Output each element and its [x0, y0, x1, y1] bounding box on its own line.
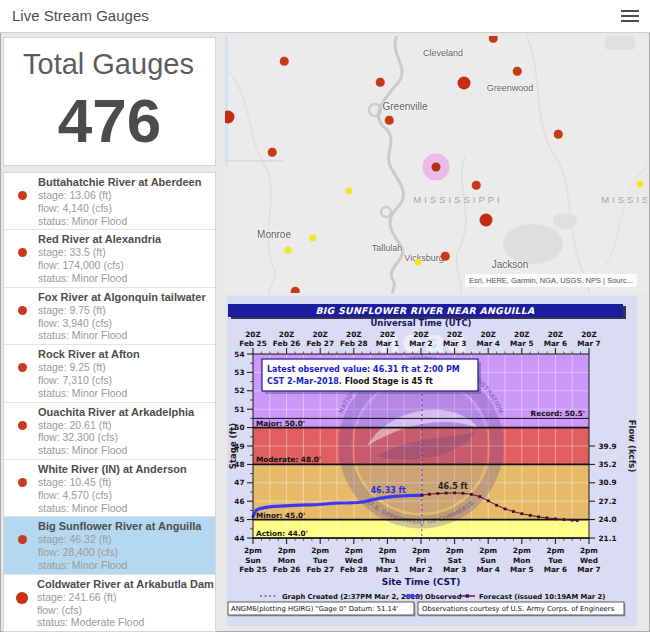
list-item[interactable]: Fox River at Algonquin tailwaterstage: 9…: [4, 288, 215, 345]
cst-day-label: Tue: [548, 556, 562, 565]
map-gauge-marker[interactable]: [554, 130, 563, 139]
list-item[interactable]: Buttahatchie River at Aberdeenstage: 13.…: [4, 173, 215, 230]
cst-date-label: Mar 3: [443, 565, 466, 574]
app-header: Live Stream Gauges: [0, 0, 650, 33]
map-gauge-marker[interactable]: [385, 116, 394, 125]
bottom-axis-title: Site Time (CST): [382, 577, 461, 587]
gauge-list[interactable]: Buttahatchie River at Aberdeenstage: 13.…: [3, 172, 216, 632]
map-gauge-marker-selected[interactable]: [432, 163, 441, 172]
forecast-point: [453, 492, 456, 495]
page-title: Live Stream Gauges: [12, 7, 149, 24]
flow-tick-label: 35.2: [599, 460, 617, 469]
utc-tick-label: 20Z: [245, 330, 260, 339]
map-gauge-marker[interactable]: [280, 57, 289, 66]
map-gauge-marker[interactable]: [310, 235, 317, 242]
map-gauge-marker[interactable]: [376, 78, 385, 87]
list-item[interactable]: Coldwater River at Arkabutla Damstage: 2…: [4, 575, 215, 632]
map-gauge-marker[interactable]: [637, 181, 644, 188]
gauge-flow: flow: 32,300 (cfs): [38, 431, 194, 444]
cst-time-label: 2pm: [412, 546, 430, 555]
flow-tick-label: 39.9: [599, 442, 617, 451]
footnote-gage-datum: ANGM6(plotting HGIRG) "Gage 0" Datum: 51…: [231, 605, 398, 613]
map-gauge-marker[interactable]: [268, 148, 277, 157]
gauge-stage: stage: 10.45 (ft): [38, 476, 187, 489]
utc-tick-label: 20Z: [514, 330, 529, 339]
gauge-text: Big Sunflower River at Anguillastage: 46…: [38, 520, 201, 571]
list-item[interactable]: Rock River at Aftonstage: 9.25 (ft)flow:…: [4, 345, 215, 402]
map-gauge-marker[interactable]: [441, 252, 450, 261]
info-box-line1: Latest observed value: 46.31 ft at 2:00 …: [267, 365, 460, 374]
info-box-line2: CST 2-Mar-2018. Flood Stage is 45 ft: [267, 377, 433, 386]
forecast-point: [487, 499, 490, 502]
cst-time-label: 2pm: [345, 546, 363, 555]
flow-axis-label: Flow (kcfs): [627, 420, 637, 473]
point-label: 46.5 ft: [438, 482, 468, 491]
map-gauge-marker[interactable]: [291, 287, 300, 293]
gauge-name: Rock River at Afton: [38, 348, 140, 361]
stage-tick-label: 51: [234, 405, 244, 414]
map-gauge-marker[interactable]: [458, 77, 471, 90]
gauge-name: Buttahatchie River at Aberdeen: [38, 176, 201, 189]
forecast-point: [554, 517, 557, 520]
map-panel[interactable]: Esri, HERE, Garmin, NGA, USGS, NPS | Sou…: [225, 36, 647, 293]
utc-tick-label: 20Z: [480, 330, 495, 339]
utc-date-label: Mar 3: [443, 339, 466, 348]
forecast-point: [504, 508, 507, 511]
utc-tick-label: 20Z: [380, 330, 395, 339]
gauge-flow: flow: (cfs): [37, 604, 214, 617]
total-gauges-count: 476: [4, 85, 215, 156]
threshold-label: Record: 50.5': [531, 409, 585, 418]
cst-time-label: 2pm: [580, 546, 598, 555]
cst-day-label: Sat: [448, 556, 462, 565]
total-gauges-title: Total Gauges: [23, 48, 215, 81]
list-item[interactable]: Red River at Alexandriastage: 33.5 (ft)f…: [4, 230, 215, 287]
gauge-text: Buttahatchie River at Aberdeenstage: 13.…: [38, 176, 201, 227]
stage-axis-label: Stage (ft): [228, 423, 238, 469]
utc-date-label: Mar 6: [544, 339, 567, 348]
map-gauge-marker[interactable]: [346, 188, 353, 195]
gauge-status-dot-icon: [18, 306, 27, 315]
utc-date-label: Mar 1: [376, 339, 399, 348]
threshold-label: Moderate: 48.0': [256, 455, 321, 464]
list-item[interactable]: Big Sunflower River at Anguillastage: 46…: [4, 517, 215, 574]
cst-date-label: Feb 25: [239, 565, 267, 574]
gauge-text: Coldwater River at Arkabutla Damstage: 2…: [37, 578, 214, 629]
map-city-label: Jackson: [492, 259, 529, 270]
forecast-point: [520, 512, 523, 515]
cst-time-label: 2pm: [479, 546, 497, 555]
utc-date-label: Mar 2: [409, 339, 432, 348]
forecast-point: [537, 515, 540, 518]
utc-date-label: Mar 7: [577, 339, 600, 348]
utc-tick-label: 20Z: [346, 330, 361, 339]
cst-date-label: Mar 5: [510, 565, 533, 574]
flow-tick-label: 21.1: [599, 534, 617, 543]
forecast-point: [428, 493, 431, 496]
gauge-name: Big Sunflower River at Anguilla: [38, 520, 201, 533]
hamburger-menu-icon[interactable]: [621, 10, 639, 23]
cst-time-label: 2pm: [546, 546, 564, 555]
cst-day-label: Mon: [278, 556, 295, 565]
map-gauge-marker[interactable]: [480, 214, 493, 227]
utc-date-label: Feb 27: [306, 339, 334, 348]
map-gauge-marker[interactable]: [513, 67, 522, 76]
chart-title: BIG SUNFLOWER RIVER NEAR ANGUILLA: [315, 305, 535, 316]
map-gauge-marker[interactable]: [472, 181, 481, 190]
map-gauge-marker[interactable]: [415, 259, 422, 266]
list-item[interactable]: Ouachita River at Arkadelphiastage: 20.6…: [4, 403, 215, 460]
list-item[interactable]: White River (IN) at Andersonstage: 10.45…: [4, 460, 215, 517]
map-gauge-marker[interactable]: [489, 36, 498, 42]
stage-tick-label: 52: [234, 386, 244, 395]
hydrograph-panel: BIG SUNFLOWER RIVER NEAR ANGUILLAUnivers…: [227, 296, 637, 626]
footnote-courtesy: Observations courtesy of U.S. Army Corps…: [422, 605, 615, 613]
gauge-status: status: Minor Flood: [38, 272, 161, 285]
cst-day-label: Thu: [380, 556, 395, 565]
threshold-label: Action: 44.0': [256, 529, 308, 538]
stage-tick-label: 44: [234, 534, 244, 543]
gauge-flow: flow: 4,570 (cfs): [38, 489, 187, 502]
legend-forecast-square: [466, 594, 469, 597]
app-window: Live Stream Gauges Total Gauges 476 Butt…: [0, 0, 650, 632]
threshold-label: Major: 50.0': [256, 419, 305, 428]
gauge-stage: stage: 241.66 (ft): [37, 591, 214, 604]
map-gauge-marker[interactable]: [285, 247, 292, 254]
gauge-name: Coldwater River at Arkabutla Dam: [37, 578, 214, 591]
